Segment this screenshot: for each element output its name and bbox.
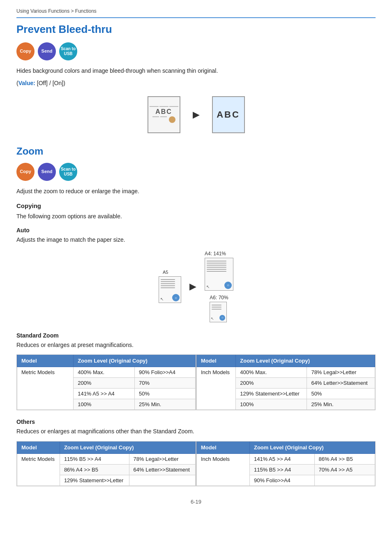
table1-right-c2-r3: 50% (307, 388, 375, 399)
bleed-line (159, 106, 168, 107)
zoom-a6-label: A6: 70% (210, 295, 228, 301)
doc-lines-a6 (212, 305, 221, 310)
bleed-extra-line (160, 116, 167, 117)
table2-left-c2-r1: 78% Legal>>Letter (129, 453, 195, 464)
table-row: Inch Models 141% A5 >> A4 86% A4 >> B5 (197, 453, 375, 464)
table1-right-c1-r4: 100% (236, 399, 307, 410)
table2-container: Model Zoom Level (Original Copy) Metric … (16, 441, 376, 486)
section1-description: Hides background colors and image bleed-… (16, 66, 376, 75)
doc-corner-arrow-a5: ↖ (160, 297, 164, 301)
zoom-a4-wrap: A4: 141% ↖ ○ (205, 251, 233, 291)
doc-line (161, 281, 175, 282)
table2-col2-header: Zoom Level (Original Copy) (60, 442, 195, 454)
doc-line (207, 267, 226, 268)
table2-right-c1-r2: 115% B5 >> A4 (249, 464, 314, 475)
table1-left-table: Model Zoom Level (Original Copy) Metric … (17, 355, 196, 410)
others-desc: Reduces or enlarges at magnifications ot… (16, 427, 376, 436)
section1-value-line: (Value: [Off] / [On]) (16, 79, 376, 88)
table2-right: Model Zoom Level (Original Copy) Inch Mo… (196, 442, 375, 486)
table1-right-table: Model Zoom Level (Original Copy) Inch Mo… (196, 355, 375, 410)
table2-left: Model Zoom Level (Original Copy) Metric … (17, 442, 196, 486)
doc-corner-arrow-a6: ↖ (211, 317, 214, 321)
bleed-illustration: ABC ▶ ABC (16, 96, 376, 133)
table2-left-c1-r3: 129% Statement>>Letter (60, 475, 129, 486)
doc-line (161, 287, 175, 288)
table2-right-c2-r2: 70% A4 >> A5 (314, 464, 375, 475)
bleed-extra-line (152, 116, 159, 117)
bleed-lines-top (150, 106, 178, 107)
bleed-letters: ABC (155, 108, 172, 116)
badge-send-1: Send (38, 42, 56, 60)
section2-description: Adjust the zoom to reduce or enlarge the… (16, 187, 376, 196)
table1-left-c2-r2: 70% (135, 378, 196, 388)
copying-heading: Copying (16, 202, 376, 209)
doc-line (207, 263, 226, 264)
section2-title: Zoom (16, 146, 376, 157)
zoom-a6-wrap: A6: 70% ↖ ○ (210, 295, 228, 322)
bleed-extra (152, 116, 175, 123)
doc-line (212, 307, 221, 308)
badge-copy-1: Copy (16, 42, 35, 60)
badge-scan-2: Scan toUSB (59, 163, 77, 181)
doc-corner-icon-a6: ○ (219, 315, 225, 321)
zoom-illustration: A5 ↖ ○ ▶ A4: 141% (16, 251, 376, 322)
table1-left-c2-r1: 90% Folio>>A4 (135, 367, 196, 378)
table2-right-c2-r1: 86% A4 >> B5 (314, 453, 375, 464)
table2-left-c1-r2: 86% A4 >> B5 (60, 464, 129, 475)
table-row: Inch Models 400% Max. 78% Legal>>Letter (197, 367, 375, 378)
table2-col1-header: Model (17, 442, 60, 454)
table2-left-c2-r2: 64% Letter>>Statement (129, 464, 195, 475)
zoom-a4-label: A4: 141% (205, 251, 226, 257)
badge-send-2: Send (38, 163, 56, 181)
doc-line (212, 305, 221, 305)
table1-col1-header: Model (17, 355, 74, 367)
section1-badges: Copy Send Scan toUSB (16, 42, 376, 60)
bleed-line (169, 106, 178, 107)
doc-lines-a5 (161, 279, 175, 288)
table1-right-c1-r1: 400% Max. (236, 367, 307, 378)
table1-left-c1-r4: 100% (74, 399, 135, 410)
breadcrumb: Using Various Functions > Functions (16, 8, 376, 18)
table2-right-table: Model Zoom Level (Original Copy) Inch Mo… (196, 442, 375, 486)
arrow-right-zoom: ▶ (189, 281, 196, 292)
table2-right-c1-r1: 141% A5 >> A4 (249, 453, 314, 464)
table2-left-c1-r1: 115% B5 >> A4 (60, 453, 129, 464)
doc-line (207, 265, 226, 266)
badge-scan-1: Scan toUSB (59, 42, 77, 60)
table1-left-model: Metric Models (17, 367, 74, 410)
table2-right-c2-r3 (314, 475, 375, 486)
doc-line (161, 279, 175, 280)
zoom-a5-wrap: A5 ↖ ○ (159, 270, 181, 303)
table-row: Metric Models 400% Max. 90% Folio>>A4 (17, 367, 196, 378)
zoom-multi-wrap: A4: 141% ↖ ○ A6: 70% (205, 251, 233, 322)
table1-col3-header: Model (197, 355, 236, 367)
table1-right-c2-r4: 25% Min. (307, 399, 375, 410)
value-options: [Off] / [On] (37, 80, 63, 86)
doc-corner-icon-a4: ○ (224, 282, 232, 289)
table2-right-c1-r3: 90% Folio>>A4 (249, 475, 314, 486)
table1-left-c2-r4: 25% Min. (135, 399, 196, 410)
page-number: 6-19 (16, 499, 376, 505)
section1-title: Prevent Bleed-thru (16, 23, 376, 36)
table1-right-c2-r1: 78% Legal>>Letter (307, 367, 375, 378)
bleed-doc-before: ABC (148, 96, 180, 133)
table2-col4-header: Zoom Level (Original Copy) (249, 442, 375, 454)
table2-left-c2-r3 (129, 475, 195, 486)
copying-desc: The following zoom options are available… (16, 212, 376, 221)
table1-right-c1-r2: 200% (236, 378, 307, 388)
table1-right-c1-r3: 129% Statement>>Letter (236, 388, 307, 399)
doc-line (212, 309, 221, 310)
standard-zoom-heading: Standard Zoom (16, 332, 376, 339)
bleed-line (150, 106, 159, 107)
table1-left-c2-r3: 50% (135, 388, 196, 399)
doc-line (161, 285, 175, 286)
table-row: Metric Models 115% B5 >> A4 78% Legal>>L… (17, 453, 196, 464)
table1-col4-header: Zoom Level (Original Copy) (236, 355, 375, 367)
others-heading: Others (16, 419, 376, 425)
doc-corner-arrow-a4: ↖ (206, 284, 210, 289)
table1-left-c1-r3: 141% A5 >> A4 (74, 388, 135, 399)
auto-desc: Adjusts the image to match the paper siz… (16, 235, 376, 244)
doc-line (207, 271, 226, 272)
zoom-a5-label: A5 (163, 270, 168, 275)
zoom-doc-a4: ↖ ○ (205, 258, 233, 291)
